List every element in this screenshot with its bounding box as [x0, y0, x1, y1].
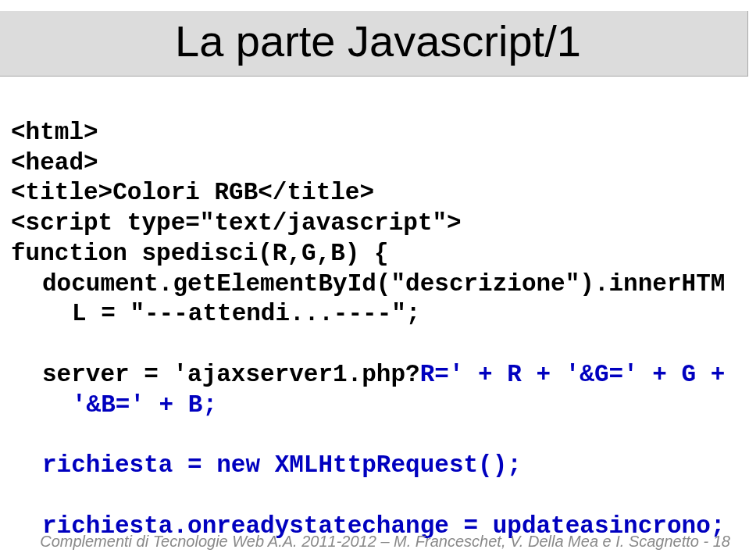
code-line: <head>	[11, 149, 98, 177]
slide: La parte Javascript/1 <html> <head> <tit…	[0, 0, 749, 560]
slide-footer: Complementi di Tecnologie Web A.A. 2011-…	[40, 533, 730, 551]
code-line: L = "---attendi...----";	[72, 300, 420, 327]
code-line: document.getElementById("descrizione").i…	[42, 270, 725, 298]
code-line-blue: richiesta = new XMLHttpRequest();	[11, 451, 738, 481]
code-line-blue: '&B=' + B;	[72, 391, 217, 419]
code-line: <html>	[11, 119, 98, 146]
code-line: server = 'ajaxserver1.php?	[42, 361, 420, 388]
code-line: <title>Colori RGB</title>	[11, 179, 374, 206]
code-line-blue: R=' + R + '&G=' + G +	[420, 361, 740, 388]
slide-title: La parte Javascript/1	[175, 13, 581, 70]
title-bar: La parte Javascript/1	[0, 11, 748, 77]
code-line: function spedisci(R,G,B) {	[11, 240, 389, 267]
code-line: <script type="text/javascript">	[11, 209, 462, 237]
code-block: <html> <head> <title>Colori RGB</title> …	[11, 87, 738, 560]
